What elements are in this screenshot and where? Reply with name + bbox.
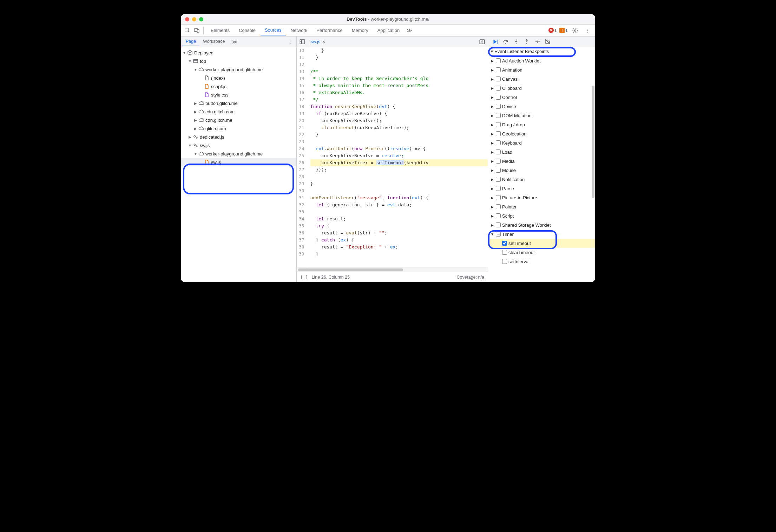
- breakpoint-item[interactable]: setInterval: [488, 257, 595, 266]
- category-checkbox[interactable]: [496, 159, 501, 164]
- category-checkbox[interactable]: [496, 104, 501, 109]
- breakpoint-category[interactable]: ▶Ad Auction Worklet: [488, 56, 595, 65]
- tree-item-icon: [193, 142, 198, 148]
- tree-origin[interactable]: ▶glitch.com: [181, 124, 296, 133]
- breakpoint-category[interactable]: ▶Picture-in-Picture: [488, 193, 595, 202]
- breakpoint-category[interactable]: ▶Notification: [488, 175, 595, 184]
- error-count[interactable]: ✕ 1: [548, 28, 557, 33]
- subtab-workspace[interactable]: Workspace: [199, 37, 228, 46]
- category-checkbox[interactable]: [496, 122, 501, 127]
- tree-top[interactable]: ▼top: [181, 57, 296, 65]
- toggle-navigator-icon[interactable]: [298, 38, 307, 46]
- category-checkbox[interactable]: [496, 204, 501, 209]
- kebab-menu-icon[interactable]: ⋮: [583, 26, 592, 35]
- breakpoint-label: clearTimeout: [508, 250, 535, 255]
- breakpoint-category[interactable]: ▶Script: [488, 211, 595, 220]
- category-checkbox[interactable]: [496, 168, 501, 173]
- tree-origin[interactable]: ▶button.glitch.me: [181, 99, 296, 107]
- breakpoint-category[interactable]: ▶Keyboard: [488, 138, 595, 147]
- tab-application[interactable]: Application: [373, 26, 404, 35]
- close-tab-icon[interactable]: ×: [322, 39, 325, 45]
- inspect-element-icon[interactable]: [183, 26, 192, 35]
- tab-performance[interactable]: Performance: [312, 26, 347, 35]
- step-icon[interactable]: [534, 38, 541, 45]
- editor-h-scrollbar[interactable]: [297, 267, 488, 272]
- breakpoint-category-timer[interactable]: ▼Timer: [488, 230, 595, 239]
- breakpoint-category[interactable]: ▶Shared Storage Worklet: [488, 220, 595, 230]
- scrollbar-thumb[interactable]: [592, 86, 594, 198]
- step-out-icon[interactable]: [523, 38, 530, 45]
- category-checkbox[interactable]: [496, 186, 501, 191]
- more-subtabs-button[interactable]: ≫: [229, 39, 240, 45]
- tab-elements[interactable]: Elements: [206, 26, 234, 35]
- tree-file[interactable]: sw.js: [181, 158, 296, 166]
- tree-worker[interactable]: ▶dedicated.js: [181, 133, 296, 141]
- breakpoint-category[interactable]: ▶Parse: [488, 184, 595, 193]
- breakpoint-category[interactable]: ▶Drag / drop: [488, 120, 595, 129]
- step-over-icon[interactable]: [502, 38, 509, 45]
- tree-file[interactable]: (index): [181, 74, 296, 82]
- tab-sources[interactable]: Sources: [261, 25, 286, 35]
- tab-memory[interactable]: Memory: [348, 26, 373, 35]
- deactivate-breakpoints-icon[interactable]: [544, 38, 551, 45]
- resume-icon[interactable]: [492, 38, 499, 45]
- toggle-debugger-icon[interactable]: [478, 38, 486, 46]
- breakpoint-category[interactable]: ▶Load: [488, 147, 595, 157]
- breakpoint-category[interactable]: ▶Clipboard: [488, 84, 595, 93]
- category-checkbox[interactable]: [496, 177, 501, 182]
- tree-file[interactable]: script.js: [181, 82, 296, 91]
- breakpoint-checkbox[interactable]: [502, 250, 507, 255]
- subtab-page[interactable]: Page: [182, 37, 199, 46]
- breakpoint-item[interactable]: clearTimeout: [488, 248, 595, 257]
- warning-count[interactable]: ! 1: [559, 28, 568, 33]
- category-checkbox[interactable]: [496, 58, 501, 63]
- breakpoint-category[interactable]: ▶Mouse: [488, 166, 595, 175]
- tree-origin[interactable]: ▼worker-playground.glitch.me: [181, 65, 296, 74]
- breakpoint-category[interactable]: ▶Animation: [488, 65, 595, 74]
- category-checkbox[interactable]: [496, 149, 501, 154]
- device-toolbar-icon[interactable]: [192, 26, 201, 35]
- pretty-print-icon[interactable]: { }: [300, 274, 308, 280]
- tab-console[interactable]: Console: [235, 26, 260, 35]
- settings-icon[interactable]: [571, 26, 580, 35]
- category-checkbox[interactable]: [496, 95, 501, 100]
- event-listener-breakpoints-header[interactable]: ▼ Event Listener Breakpoints: [488, 47, 595, 56]
- breakpoint-category[interactable]: ▶Canvas: [488, 74, 595, 84]
- tree-origin[interactable]: ▶cdn.glitch.me: [181, 116, 296, 124]
- tree-origin[interactable]: ▶cdn.glitch.com: [181, 107, 296, 116]
- step-into-icon[interactable]: [513, 38, 520, 45]
- breakpoint-category[interactable]: ▶Pointer: [488, 202, 595, 211]
- category-checkbox[interactable]: [496, 213, 501, 218]
- breakpoint-checkbox[interactable]: [502, 241, 507, 246]
- scrollbar-thumb[interactable]: [298, 268, 403, 271]
- breakpoint-category[interactable]: ▶Media: [488, 157, 595, 166]
- category-checkbox[interactable]: [496, 86, 501, 91]
- breakpoint-item[interactable]: setTimeout: [488, 239, 595, 248]
- tree-item-icon: [198, 109, 204, 114]
- code-editor[interactable]: 1011121314151617181920212223242526272829…: [297, 47, 488, 267]
- navigator-menu-icon[interactable]: ⋮: [285, 38, 295, 45]
- editor-file-tab[interactable]: sw.js ×: [309, 36, 327, 47]
- tab-network[interactable]: Network: [287, 26, 312, 35]
- category-checkbox[interactable]: [496, 77, 501, 81]
- category-checkbox[interactable]: [496, 222, 501, 227]
- tree-item-icon: [198, 100, 204, 106]
- panel-v-scrollbar[interactable]: [591, 36, 595, 282]
- breakpoint-category[interactable]: ▶Geolocation: [488, 129, 595, 138]
- breakpoint-checkbox[interactable]: [502, 259, 507, 264]
- tree-service-worker[interactable]: ▼sw.js: [181, 141, 296, 149]
- category-checkbox[interactable]: [496, 195, 501, 200]
- category-checkbox[interactable]: [496, 67, 501, 72]
- more-tabs-button[interactable]: ≫: [404, 27, 415, 34]
- code-area[interactable]: } }/** * In order to keep the ServiceWor…: [308, 47, 488, 267]
- category-checkbox[interactable]: [496, 140, 501, 145]
- tree-root[interactable]: ▼Deployed: [181, 48, 296, 57]
- category-checkbox[interactable]: [496, 113, 501, 118]
- category-checkbox[interactable]: [496, 232, 501, 237]
- breakpoint-category[interactable]: ▶Control: [488, 93, 595, 102]
- tree-file[interactable]: style.css: [181, 91, 296, 99]
- breakpoint-category[interactable]: ▶DOM Mutation: [488, 111, 595, 120]
- breakpoint-category[interactable]: ▶Device: [488, 102, 595, 111]
- tree-origin[interactable]: ▼worker-playground.glitch.me: [181, 149, 296, 158]
- category-checkbox[interactable]: [496, 131, 501, 136]
